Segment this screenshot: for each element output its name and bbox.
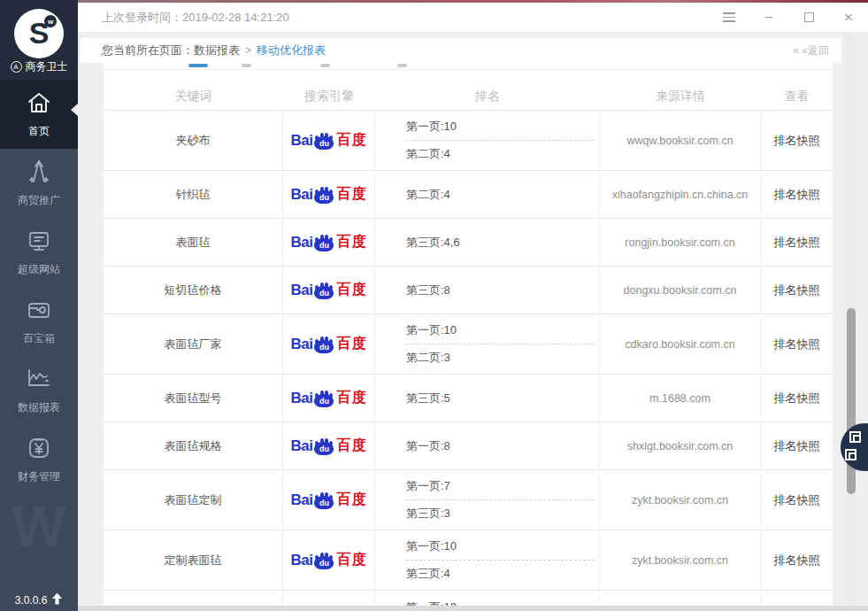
- baidu-paw-icon: du: [313, 187, 334, 204]
- baidu-logo: Baidu百度: [291, 281, 367, 299]
- keyword-cell: 表面毡: [104, 219, 283, 266]
- source-cell: dongxu.booksir.com.cn: [600, 267, 761, 313]
- sidebar-item-home[interactable]: 首页: [0, 80, 78, 149]
- baidu-logo: Baidu百度: [291, 389, 367, 407]
- col-header-source: 来源详情: [600, 89, 761, 104]
- website-icon: [26, 228, 52, 257]
- toolbox-icon: [26, 297, 52, 326]
- baidu-logo: Baidu百度: [291, 491, 367, 509]
- source-cell: wwqw.booksir.com.cn: [600, 111, 761, 170]
- maximize-icon[interactable]: [802, 11, 816, 25]
- rank-cell: 第一页:10: [375, 591, 600, 606]
- breadcrumb-current[interactable]: 移动优化报表: [257, 43, 326, 58]
- baidu-cn-text: 百度: [336, 491, 366, 509]
- keyword-cell: [104, 591, 283, 606]
- minimize-icon[interactable]: −: [762, 11, 776, 25]
- snapshot-link[interactable]: 排名快照: [774, 133, 820, 149]
- snapshot-link[interactable]: 排名快照: [774, 336, 820, 352]
- source-cell: [600, 591, 761, 606]
- sidebar-item-report[interactable]: 数据报表: [0, 356, 78, 425]
- baidu-logo: Baidu百度: [291, 437, 367, 455]
- baidu-paw-icon: du: [313, 553, 334, 569]
- baidu-logo: Baidu百度: [291, 335, 367, 353]
- sidebar-item-promotion[interactable]: 商贸推广: [0, 149, 78, 218]
- sidebar-item-label: 财务管理: [18, 469, 60, 484]
- rank-divider: [406, 499, 595, 500]
- app-logo-icon: S w: [14, 9, 64, 58]
- view-cell: 排名快照: [761, 470, 833, 530]
- engine-cell: Baidu百度: [283, 314, 375, 374]
- snapshot-link[interactable]: 排名快照: [774, 282, 820, 298]
- table-header: 关键词 搜索引擎 排名 来源详情 查看: [104, 82, 833, 111]
- baidu-cn-text: 百度: [336, 233, 366, 251]
- rank-value: 第一页:7: [406, 477, 450, 495]
- tab-indicator[interactable]: [242, 64, 251, 67]
- keyword-cell: 针织毡: [104, 171, 283, 218]
- tab-indicator[interactable]: [188, 64, 208, 67]
- source-cell: zykt.booksir.com.cn: [600, 530, 761, 590]
- snapshot-link[interactable]: 排名快照: [774, 235, 820, 251]
- menu-icon[interactable]: [722, 11, 736, 25]
- back-link[interactable]: « «返回: [793, 43, 829, 58]
- snapshot-link[interactable]: 排名快照: [774, 438, 820, 454]
- keyword-cell: 表面毡厂家: [104, 314, 283, 374]
- sidebar-item-finance[interactable]: 财务管理: [0, 425, 78, 494]
- sidebar-item-website[interactable]: 超级网站: [0, 218, 78, 287]
- view-cell: 排名快照: [761, 171, 833, 218]
- snapshot-link[interactable]: 排名快照: [774, 553, 820, 568]
- tab-indicator[interactable]: [320, 64, 330, 67]
- baidu-logo: Baidu百度: [291, 551, 367, 569]
- rank-cell: 第一页:10第二页:4: [375, 111, 600, 170]
- tab-indicator[interactable]: [397, 64, 407, 67]
- version-row: 3.0.0.6: [0, 592, 78, 607]
- sidebar-item-toolbox[interactable]: 百宝箱: [0, 287, 78, 356]
- update-arrow-icon[interactable]: [51, 592, 63, 607]
- table-row: 针织毡Baidu百度第二页:4xihaofangzhipin.cn.china.…: [104, 171, 833, 219]
- table-row: 表面毡Baidu百度第三页:4,6rongjin.booksir.com.cn排…: [104, 219, 833, 267]
- sidebar-item-label: 商贸推广: [18, 193, 60, 208]
- rank-cell: 第三页:8: [375, 267, 600, 313]
- app-window: S w A 商务卫士 首页商贸推广超级网站百宝箱数据报表财务管理 W 3.0.0…: [0, 0, 868, 611]
- col-header-rank: 排名: [375, 89, 600, 104]
- baidu-paw-icon: du: [313, 438, 334, 455]
- keyword-cell: 表面毡定制: [104, 470, 283, 530]
- baidu-cn-text: 百度: [336, 551, 366, 569]
- qr-icon: [845, 449, 856, 460]
- brand-name: 商务卫士: [26, 59, 68, 74]
- engine-cell: Baidu百度: [283, 422, 375, 469]
- baidu-paw-icon: du: [313, 492, 334, 509]
- baidu-bai-text: Bai: [291, 437, 313, 455]
- engine-cell: Baidu百度: [283, 530, 375, 590]
- baidu-bai-text: Bai: [291, 186, 313, 204]
- close-icon[interactable]: ×: [841, 11, 856, 25]
- sidebar: S w A 商务卫士 首页商贸推广超级网站百宝箱数据报表财务管理 W 3.0.0…: [0, 0, 78, 611]
- qr-code-button[interactable]: [841, 423, 868, 471]
- table-row: 表面毡厂家Baidu百度第一页:10第二页:3cdkaro.booksir.co…: [104, 314, 833, 375]
- snapshot-link[interactable]: 排名快照: [774, 391, 820, 406]
- snapshot-link[interactable]: 排名快照: [774, 492, 820, 508]
- baidu-bai-text: Bai: [291, 132, 313, 150]
- baidu-du-text: du: [313, 499, 334, 507]
- rank-cell: 第二页:4: [375, 171, 600, 218]
- source-cell: cdkaro.booksir.com.cn: [600, 314, 761, 374]
- window-bottom-edge: [78, 606, 868, 611]
- baidu-du-text: du: [313, 559, 334, 568]
- snapshot-link[interactable]: 排名快照: [774, 187, 820, 203]
- baidu-du-text: du: [313, 193, 334, 202]
- engine-cell: Baidu百度: [283, 219, 375, 266]
- view-cell: 排名快照: [761, 314, 833, 374]
- baidu-bai-text: Bai: [291, 282, 313, 299]
- source-cell: xihaofangzhipin.cn.china.cn: [600, 171, 761, 218]
- scrollbar-track[interactable]: [847, 35, 856, 606]
- view-cell: 排名快照: [761, 111, 833, 170]
- rank-value: 第一页:10: [406, 538, 457, 555]
- rank-value: 第一页:10: [406, 118, 457, 135]
- active-notch: [71, 104, 78, 116]
- baidu-bai-text: Bai: [291, 336, 313, 353]
- keyword-cell: 定制表面毡: [104, 530, 283, 590]
- view-cell: 排名快照: [761, 267, 833, 313]
- baidu-bai-text: Bai: [291, 390, 313, 407]
- engine-cell: Baidu百度: [283, 267, 375, 313]
- title-bar: 上次登录时间：2019-02-28 14:21:20 − ×: [78, 3, 868, 33]
- home-icon: [26, 89, 52, 119]
